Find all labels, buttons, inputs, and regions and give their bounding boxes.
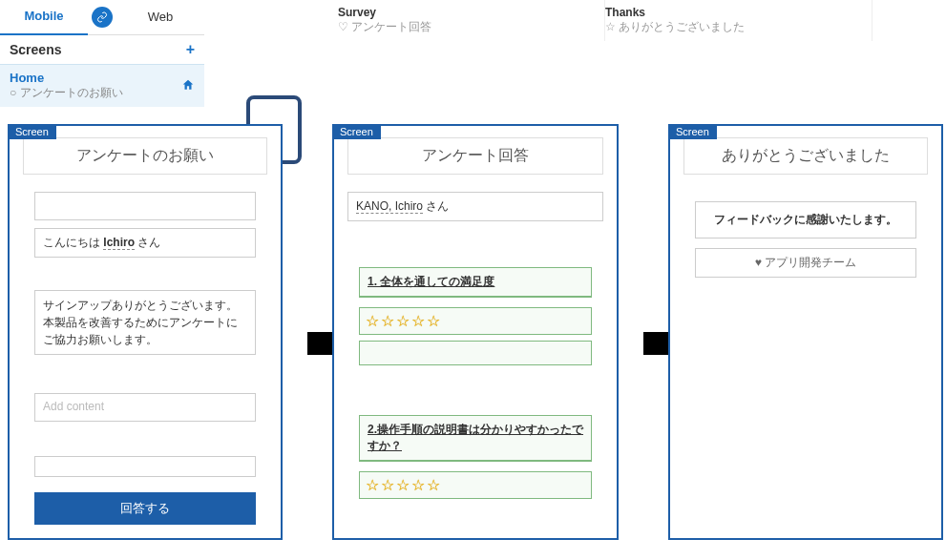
empty-field[interactable] xyxy=(34,192,256,220)
question-2[interactable]: 2.操作手順の説明書は分かりやすかったですか？ ☆☆☆☆☆ xyxy=(359,415,592,499)
screen-item-title: Home xyxy=(10,71,195,85)
screen-title: アンケート回答 xyxy=(347,137,603,175)
screen-tag: Screen xyxy=(332,124,381,139)
question-extra[interactable] xyxy=(359,341,592,365)
star-rating[interactable]: ☆☆☆☆☆ xyxy=(359,307,592,335)
add-content-placeholder[interactable]: Add content xyxy=(34,393,256,422)
tab-mobile[interactable]: Mobile xyxy=(0,0,88,35)
star-icon: ☆ xyxy=(605,20,616,33)
submit-button[interactable]: 回答する xyxy=(34,492,256,525)
thanks-message[interactable]: フィードバックに感謝いたします。 xyxy=(695,201,916,239)
tab-web[interactable]: Web xyxy=(116,0,204,34)
screen-card-survey[interactable]: Screen アンケート回答 KANO, Ichiro さん 1. 全体を通して… xyxy=(332,124,619,540)
question-header: 2.操作手順の説明書は分かりやすかったですか？ xyxy=(359,415,592,462)
user-field[interactable]: KANO, Ichiro さん xyxy=(347,192,603,221)
screen-title: アンケートのお願い xyxy=(23,137,267,175)
screen-tag: Screen xyxy=(668,124,717,139)
screen-card-home[interactable]: Screen アンケートのお願い こんにちは Ichiro さん サインアップあ… xyxy=(8,124,283,540)
screen-title: ありがとうございました xyxy=(683,137,928,175)
screen-card-thanks[interactable]: Screen ありがとうございました フィードバックに感謝いたします。 ♥ アプ… xyxy=(668,124,943,540)
star-rating[interactable]: ☆☆☆☆☆ xyxy=(359,471,592,499)
breadcrumb-title: Survey xyxy=(338,6,604,19)
breadcrumb-survey[interactable]: Survey ♡ アンケート回答 xyxy=(338,0,605,41)
team-signature[interactable]: ♥ アプリ開発チーム xyxy=(695,248,916,278)
question-header: 1. 全体を通しての満足度 xyxy=(359,267,592,298)
breadcrumb-subtitle: ☆ ありがとうございました xyxy=(605,19,872,35)
link-icon[interactable] xyxy=(92,7,113,28)
canvas: Screen アンケートのお願い こんにちは Ichiro さん サインアップあ… xyxy=(0,124,946,540)
left-sidebar: Mobile Web Screens + Home アンケートのお願い xyxy=(0,0,204,107)
empty-field-2[interactable] xyxy=(34,456,256,477)
platform-tabs: Mobile Web xyxy=(0,0,204,34)
add-screen-button[interactable]: + xyxy=(186,41,195,58)
message-field[interactable]: サインアップありがとうございます。本製品を改善するためにアンケートにご協力お願い… xyxy=(34,290,256,355)
breadcrumb-title: Thanks xyxy=(605,6,872,19)
screen-list-item-home[interactable]: Home アンケートのお願い xyxy=(0,64,204,107)
screen-tag: Screen xyxy=(8,124,56,139)
breadcrumb-thanks[interactable]: Thanks ☆ ありがとうございました xyxy=(605,0,872,41)
question-1[interactable]: 1. 全体を通しての満足度 ☆☆☆☆☆ xyxy=(359,267,592,365)
heart-icon: ♥ xyxy=(755,256,762,269)
screens-header: Screens + xyxy=(0,34,204,64)
greeting-field[interactable]: こんにちは Ichiro さん xyxy=(34,228,256,258)
home-icon xyxy=(181,78,195,94)
screens-label: Screens xyxy=(10,42,61,57)
breadcrumb-bar: Survey ♡ アンケート回答 Thanks ☆ ありがとうございました xyxy=(204,0,946,41)
screen-item-subtitle: アンケートのお願い xyxy=(10,85,195,101)
breadcrumb-subtitle: ♡ アンケート回答 xyxy=(338,19,604,35)
shield-icon: ♡ xyxy=(338,20,348,33)
